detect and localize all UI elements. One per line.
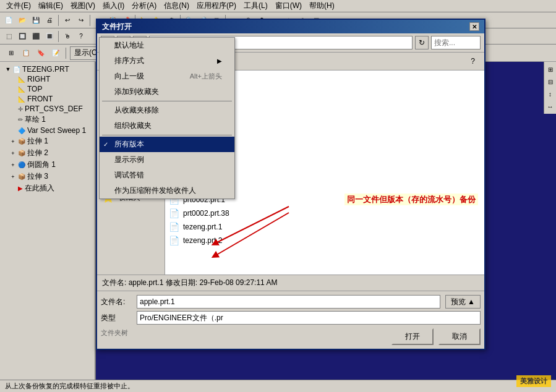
sort-arrow: ▶	[217, 58, 222, 64]
file-tezeng1[interactable]: 📄 tezeng.prt.1	[165, 220, 484, 234]
add-fav-label: 添加到收藏夹	[114, 87, 159, 97]
search-input[interactable]	[431, 36, 481, 49]
organize-fav-label: 组织收藏夹	[114, 121, 152, 131]
menu-remove-fav[interactable]: 从收藏夹移除	[100, 103, 234, 118]
all-versions-label: 所有版本	[114, 139, 144, 150]
menu-organize-fav[interactable]: 组织收藏夹	[100, 118, 234, 134]
menu-send-attachment[interactable]: 作为压缩附件发给收件人	[100, 183, 234, 198]
dialog-title: 文件打开	[102, 22, 132, 32]
menu-sep2	[102, 135, 232, 135]
up-level-label: 向上一级	[114, 71, 144, 82]
file-info-bar: 文件名: apple.prt.1 修改日期: 29-Feb-08 09:27:1…	[97, 275, 484, 291]
default-addr-label: 默认地址	[114, 40, 144, 51]
filename-input[interactable]	[137, 295, 440, 309]
filetype-row: 类型	[101, 311, 481, 325]
send-attachment-label: 作为压缩附件发给收件人	[114, 185, 196, 196]
watermark: 美雅设计	[516, 375, 551, 387]
menu-up-level[interactable]: 向上一级 Alt+上箭头	[100, 69, 234, 84]
menu-add-fav[interactable]: 添加到收藏夹	[100, 84, 234, 100]
open-dialog-btn[interactable]: 打开	[391, 328, 434, 345]
fprt0002-38-name: prt0002.prt.38	[183, 209, 229, 218]
filetype-label: 类型	[101, 313, 132, 323]
dialog-overlay: 文件打开 ✕ ◀ ▶ ▲ wu ▼ (F:) meiys ▼ ↻ ≡ 视图 ▼	[0, 0, 556, 392]
file-tezeng2[interactable]: 📄 tezeng.prt.2	[165, 234, 484, 247]
menu-sort[interactable]: 排序方式 ▶	[100, 53, 234, 69]
menu-sep1	[102, 101, 232, 101]
menu-show-example[interactable]: 显示示例	[100, 152, 234, 168]
menu-debug[interactable]: 调试答错	[100, 168, 234, 183]
filetype-input[interactable]	[137, 311, 481, 325]
ftezeng1-name: tezeng.prt.1	[183, 223, 222, 231]
fprt0002-38-icon: 📄	[169, 208, 179, 218]
menu-default-addr[interactable]: 默认地址	[100, 38, 234, 53]
ftezeng1-icon: 📄	[169, 222, 179, 232]
show-example-label: 显示示例	[114, 155, 144, 165]
remove-fav-label: 从收藏夹移除	[114, 105, 159, 116]
help-dialog-btn[interactable]: ?	[465, 54, 481, 68]
dialog-titlebar: 文件打开 ✕	[97, 20, 484, 33]
folder-tree-label: 文件夹树	[101, 328, 128, 345]
debug-label: 调试答错	[114, 170, 144, 181]
filename-row: 文件名: 预览 ▲	[101, 295, 481, 309]
file-prt0002-38[interactable]: 📄 prt0002.prt.38	[165, 207, 484, 220]
dialog-actions: 文件夹树 打开 取消	[101, 328, 481, 345]
cancel-dialog-btn[interactable]: 取消	[438, 328, 481, 345]
preview-btn[interactable]: 预览 ▲	[445, 295, 481, 309]
dialog-bottom: 文件名: 预览 ▲ 类型 文件夹树 打开 取消	[97, 291, 484, 349]
nav-refresh[interactable]: ↻	[415, 36, 429, 49]
up-shortcut: Alt+上箭头	[190, 72, 222, 81]
all-versions-check: ✓	[103, 141, 108, 148]
filename-label: 文件名:	[101, 297, 132, 307]
file-info-text: 文件名: apple.prt.1 修改日期: 29-Feb-08 09:27:1…	[102, 278, 277, 288]
ftezeng2-icon: 📄	[169, 236, 179, 245]
context-menu: 默认地址 排序方式 ▶ 向上一级 Alt+上箭头 添加到收藏夹 从收藏夹移除 组…	[99, 37, 235, 199]
sort-label: 排序方式	[114, 56, 144, 66]
menu-all-versions[interactable]: ✓ 所有版本	[100, 137, 234, 152]
dialog-close-btn[interactable]: ✕	[469, 22, 479, 31]
ftezeng2-name: tezeng.prt.2	[183, 236, 222, 245]
